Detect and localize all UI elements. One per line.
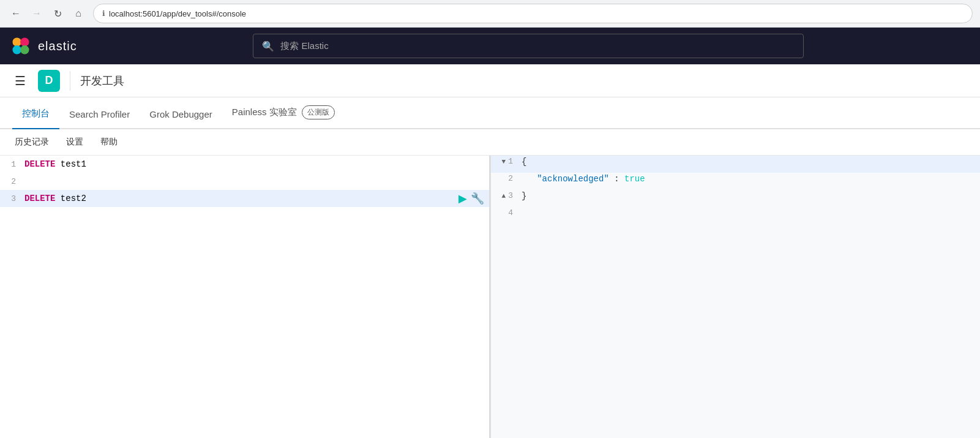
back-button[interactable]: ←	[7, 5, 24, 22]
output-line-3: ▲ 3 }	[491, 190, 980, 207]
editor-line-1: 1 DELETE test1	[0, 156, 489, 173]
json-separator: :	[614, 174, 624, 184]
collapse-arrow-1[interactable]: ▼	[502, 158, 506, 165]
browser-nav-buttons: ← → ↻ ⌂	[7, 5, 87, 22]
tab-console[interactable]: 控制台	[12, 99, 59, 129]
tab-grok-debugger[interactable]: Grok Debugger	[140, 100, 222, 129]
app-badge: D	[38, 70, 60, 92]
tab-search-profiler[interactable]: Search Profiler	[59, 100, 140, 129]
collapse-arrow-3[interactable]: ▲	[502, 192, 506, 200]
keyword-delete-1: DELETE	[24, 159, 55, 169]
home-button[interactable]: ⌂	[70, 5, 87, 22]
wrench-button[interactable]: 🔧	[471, 192, 484, 205]
elastic-logo-icon	[10, 35, 32, 57]
output-line-number-4: 4	[491, 208, 522, 217]
output-line-number-2: 2	[491, 174, 522, 183]
beta-badge: 公测版	[302, 105, 335, 119]
reload-button[interactable]: ↻	[49, 5, 66, 22]
console-main: 1 DELETE test1 2 3 DELETE test2 ▶	[0, 156, 980, 438]
line-content-1[interactable]: DELETE test1	[24, 159, 489, 169]
line-number-3: 3	[0, 194, 24, 203]
line-text-1: test1	[61, 159, 86, 169]
forward-button[interactable]: →	[28, 5, 45, 22]
info-icon: ℹ	[102, 9, 105, 18]
output-content-4	[522, 208, 980, 218]
json-value-true: true	[624, 174, 645, 184]
play-button[interactable]: ▶	[458, 192, 467, 205]
output-panel: ▼ 1 { 2 "acknowledged" : true ▲ 3 } 4	[491, 156, 980, 438]
browser-toolbar: ← → ↻ ⌂ ℹ localhost:5601/app/dev_tools#/…	[0, 0, 980, 27]
console-toolbar: 历史记录 设置 帮助	[0, 129, 980, 156]
tab-painless-lab[interactable]: Painless 实验室 公测版	[222, 97, 345, 129]
search-icon: 🔍	[262, 40, 274, 52]
help-button[interactable]: 帮助	[98, 134, 120, 150]
line-content-2[interactable]	[24, 176, 489, 186]
search-placeholder-text: 搜索 Elastic	[280, 40, 328, 52]
line-number-2: 2	[0, 177, 24, 186]
url-text: localhost:5601/app/dev_tools#/console	[109, 9, 246, 18]
elastic-search-bar[interactable]: 🔍 搜索 Elastic	[253, 34, 804, 58]
app-title: 开发工具	[80, 74, 124, 88]
line-text-3: test2	[61, 194, 86, 203]
address-bar[interactable]: ℹ localhost:5601/app/dev_tools#/console	[93, 4, 973, 23]
browser-chrome: ← → ↻ ⌂ ℹ localhost:5601/app/dev_tools#/…	[0, 0, 980, 28]
tab-navigation: 控制台 Search Profiler Grok Debugger Painle…	[0, 97, 980, 129]
line-content-3[interactable]: DELETE test2	[24, 194, 489, 203]
elastic-header: elastic 🔍 搜索 Elastic	[0, 28, 980, 64]
keyword-delete-3: DELETE	[24, 194, 55, 203]
editor-line-2: 2	[0, 173, 489, 190]
output-line-1: ▼ 1 {	[491, 156, 980, 173]
elastic-logo-text: elastic	[38, 39, 77, 53]
output-line-number-1: ▼ 1	[491, 157, 522, 166]
line-actions: ▶ 🔧	[458, 192, 484, 205]
editor-line-3: 3 DELETE test2 ▶ 🔧	[0, 190, 489, 207]
secondary-header: ☰ D 开发工具	[0, 64, 980, 97]
settings-button[interactable]: 设置	[64, 134, 86, 150]
hamburger-button[interactable]: ☰	[12, 71, 28, 91]
history-button[interactable]: 历史记录	[12, 134, 51, 150]
header-divider	[70, 71, 70, 91]
editor-content[interactable]: 1 DELETE test1 2 3 DELETE test2 ▶	[0, 156, 489, 438]
editor-panel: 1 DELETE test1 2 3 DELETE test2 ▶	[0, 156, 491, 438]
svg-point-1	[20, 38, 29, 47]
svg-point-3	[20, 45, 29, 54]
output-line-4: 4	[491, 207, 980, 224]
output-content-1: {	[522, 157, 980, 167]
svg-point-2	[13, 45, 21, 54]
output-content-2: "acknowledged" : true	[522, 174, 980, 184]
svg-point-0	[13, 38, 21, 47]
output-line-number-3: ▲ 3	[491, 191, 522, 200]
line-number-1: 1	[0, 160, 24, 169]
output-content-3: }	[522, 191, 980, 201]
json-key-acknowledged: "acknowledged"	[522, 174, 609, 184]
elastic-logo[interactable]: elastic	[10, 35, 77, 57]
output-line-2: 2 "acknowledged" : true	[491, 173, 980, 190]
